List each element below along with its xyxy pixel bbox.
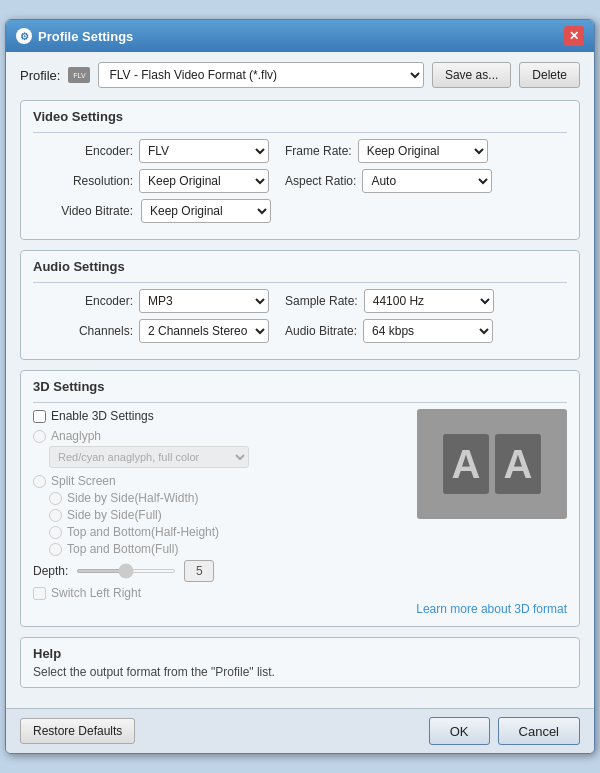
3d-divider [33, 402, 567, 403]
help-title: Help [33, 646, 567, 661]
footer-right: OK Cancel [429, 717, 580, 745]
delete-button[interactable]: Delete [519, 62, 580, 88]
window-title: Profile Settings [38, 29, 133, 44]
save-as-button[interactable]: Save as... [432, 62, 511, 88]
top-bottom-half-radio[interactable] [49, 526, 62, 539]
video-settings-title: Video Settings [33, 109, 567, 124]
video-bitrate-select[interactable]: Keep Original [141, 199, 271, 223]
sample-rate-item: Sample Rate: 44100 Hz [285, 289, 494, 313]
encoder-select[interactable]: FLV [139, 139, 269, 163]
audio-divider [33, 282, 567, 283]
depth-label: Depth: [33, 564, 68, 578]
anaglyph-radio-row: Anaglyph [33, 429, 407, 443]
top-bottom-half-row: Top and Bottom(Half-Height) [49, 525, 407, 539]
enable-3d-label: Enable 3D Settings [51, 409, 154, 423]
learn-more-link[interactable]: Learn more about 3D format [416, 602, 567, 616]
audio-settings-title: Audio Settings [33, 259, 567, 274]
profile-row: Profile: FLV FLV - Flash Video Format (*… [20, 62, 580, 88]
anaglyph-select-row: Red/cyan anaglyph, full color [49, 446, 407, 468]
encoder-item: Encoder: FLV [33, 139, 269, 163]
cancel-button[interactable]: Cancel [498, 717, 580, 745]
channels-item: Channels: 2 Channels Stereo [33, 319, 269, 343]
title-bar-left: ⚙ Profile Settings [16, 28, 133, 44]
video-settings-section: Video Settings Encoder: FLV Frame Rate: … [20, 100, 580, 240]
audio-bitrate-item: Audio Bitrate: 64 kbps [285, 319, 493, 343]
switch-left-right-label: Switch Left Right [51, 586, 141, 600]
side-by-side-half-label: Side by Side(Half-Width) [67, 491, 198, 505]
profile-icon: FLV [68, 67, 90, 83]
framerate-item: Frame Rate: Keep Original [285, 139, 488, 163]
settings-3d-section: 3D Settings Enable 3D Settings Anaglyph [20, 370, 580, 627]
side-by-side-full-radio[interactable] [49, 509, 62, 522]
side-by-side-full-row: Side by Side(Full) [49, 508, 407, 522]
aspect-ratio-item: Aspect Ratio: Auto [285, 169, 492, 193]
resolution-label: Resolution: [33, 174, 133, 188]
content-area: Profile: FLV FLV - Flash Video Format (*… [6, 52, 594, 708]
audio-bitrate-label: Audio Bitrate: [285, 324, 357, 338]
channels-label: Channels: [33, 324, 133, 338]
anaglyph-radio[interactable] [33, 430, 46, 443]
preview-aa-container: A A [443, 434, 541, 494]
profile-label: Profile: [20, 68, 60, 83]
title-bar: ⚙ Profile Settings ✕ [6, 20, 594, 52]
audio-encoder-samplerate-row: Encoder: MP3 Sample Rate: 44100 Hz [33, 289, 567, 313]
audio-encoder-select[interactable]: MP3 [139, 289, 269, 313]
3d-inner: Enable 3D Settings Anaglyph Red/cyan ana… [33, 409, 567, 600]
channels-bitrate-row: Channels: 2 Channels Stereo Audio Bitrat… [33, 319, 567, 343]
depth-row: Depth: [33, 560, 407, 582]
footer: Restore Defaults OK Cancel [6, 708, 594, 753]
3d-controls: Enable 3D Settings Anaglyph Red/cyan ana… [33, 409, 407, 600]
help-section: Help Select the output format from the "… [20, 637, 580, 688]
switch-row: Switch Left Right [33, 586, 407, 600]
resolution-select[interactable]: Keep Original [139, 169, 269, 193]
switch-left-right-checkbox[interactable] [33, 587, 46, 600]
window-icon: ⚙ [16, 28, 32, 44]
sample-rate-select[interactable]: 44100 Hz [364, 289, 494, 313]
profile-select[interactable]: FLV - Flash Video Format (*.flv) [98, 62, 423, 88]
preview-a1: A [443, 434, 489, 494]
top-bottom-full-radio[interactable] [49, 543, 62, 556]
side-by-side-half-radio[interactable] [49, 492, 62, 505]
enable-3d-checkbox[interactable] [33, 410, 46, 423]
side-by-side-half-row: Side by Side(Half-Width) [49, 491, 407, 505]
anaglyph-select[interactable]: Red/cyan anaglyph, full color [49, 446, 249, 468]
aspect-ratio-label: Aspect Ratio: [285, 174, 356, 188]
sample-rate-label: Sample Rate: [285, 294, 358, 308]
close-button[interactable]: ✕ [564, 26, 584, 46]
resolution-aspect-row: Resolution: Keep Original Aspect Ratio: … [33, 169, 567, 193]
top-bottom-full-row: Top and Bottom(Full) [49, 542, 407, 556]
audio-encoder-label: Encoder: [33, 294, 133, 308]
learn-more-row: Learn more about 3D format [33, 602, 567, 616]
main-window: ⚙ Profile Settings ✕ Profile: FLV FLV - … [5, 19, 595, 754]
audio-encoder-item: Encoder: MP3 [33, 289, 269, 313]
ok-button[interactable]: OK [429, 717, 490, 745]
enable-3d-row: Enable 3D Settings [33, 409, 407, 423]
side-by-side-full-label: Side by Side(Full) [67, 508, 162, 522]
split-screen-radio-row: Split Screen [33, 474, 407, 488]
top-bottom-half-label: Top and Bottom(Half-Height) [67, 525, 219, 539]
audio-bitrate-select[interactable]: 64 kbps [363, 319, 493, 343]
split-screen-label: Split Screen [51, 474, 116, 488]
video-bitrate-row: Video Bitrate: Keep Original [33, 199, 567, 223]
video-divider [33, 132, 567, 133]
video-bitrate-label: Video Bitrate: [33, 204, 133, 218]
split-screen-radio[interactable] [33, 475, 46, 488]
anaglyph-label: Anaglyph [51, 429, 101, 443]
framerate-select[interactable]: Keep Original [358, 139, 488, 163]
depth-slider[interactable] [76, 569, 176, 573]
framerate-label: Frame Rate: [285, 144, 352, 158]
resolution-item: Resolution: Keep Original [33, 169, 269, 193]
encoder-framerate-row: Encoder: FLV Frame Rate: Keep Original [33, 139, 567, 163]
channels-select[interactable]: 2 Channels Stereo [139, 319, 269, 343]
encoder-label: Encoder: [33, 144, 133, 158]
restore-defaults-button[interactable]: Restore Defaults [20, 718, 135, 744]
3d-settings-title: 3D Settings [33, 379, 567, 394]
depth-value-input[interactable] [184, 560, 214, 582]
help-text: Select the output format from the "Profi… [33, 665, 567, 679]
aspect-ratio-select[interactable]: Auto [362, 169, 492, 193]
3d-preview: A A [417, 409, 567, 519]
audio-settings-section: Audio Settings Encoder: MP3 Sample Rate:… [20, 250, 580, 360]
top-bottom-full-label: Top and Bottom(Full) [67, 542, 178, 556]
preview-a2: A [495, 434, 541, 494]
